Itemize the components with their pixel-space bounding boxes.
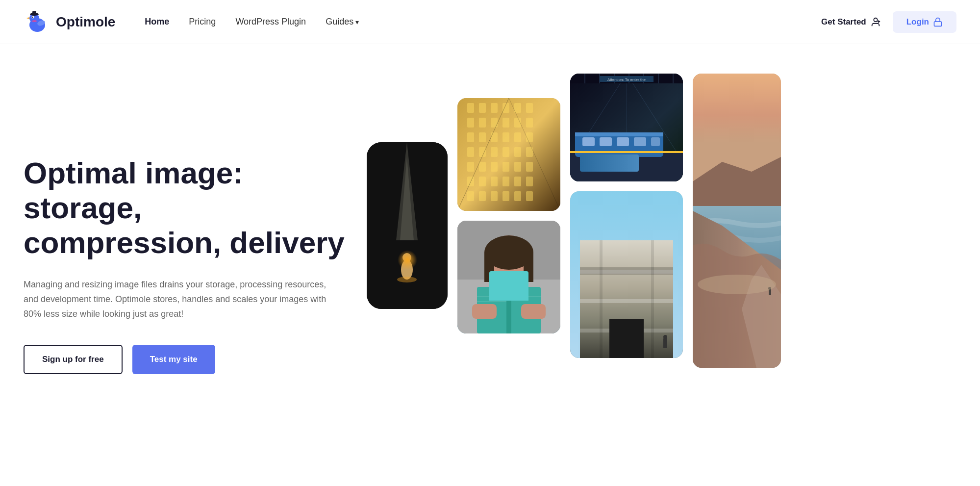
svg-rect-33 — [491, 132, 498, 142]
svg-rect-113 — [600, 240, 603, 358]
svg-rect-90 — [600, 137, 612, 146]
svg-rect-114 — [651, 240, 654, 358]
signup-button[interactable]: Sign up for free — [24, 345, 123, 374]
image-card-person-beam — [367, 142, 448, 309]
svg-rect-55 — [467, 191, 474, 201]
svg-rect-91 — [617, 137, 629, 146]
svg-rect-111 — [609, 319, 644, 358]
svg-point-123 — [698, 275, 776, 294]
svg-rect-28 — [503, 118, 509, 128]
navbar: Optimole Home Pricing WordPress Plugin G… — [0, 0, 980, 44]
svg-point-16 — [402, 253, 411, 262]
image-card-architecture — [570, 191, 683, 358]
svg-rect-76 — [506, 287, 511, 333]
svg-rect-27 — [491, 118, 498, 128]
svg-point-4 — [32, 16, 33, 17]
svg-rect-89 — [582, 137, 595, 146]
nav-link-pricing[interactable]: Pricing — [189, 17, 216, 27]
nav-links: Home Pricing WordPress Plugin Guides — [145, 17, 821, 27]
svg-rect-41 — [514, 147, 521, 157]
hero-buttons: Sign up for free Test my site — [24, 345, 347, 374]
svg-rect-26 — [479, 118, 486, 128]
svg-point-72 — [514, 273, 518, 277]
svg-rect-30 — [526, 118, 533, 128]
logo-icon — [24, 8, 51, 36]
hero-image-collage: Attention: To enter the — [367, 74, 956, 456]
svg-rect-115 — [663, 338, 667, 348]
svg-rect-54 — [526, 177, 533, 186]
svg-point-116 — [663, 335, 667, 339]
svg-rect-60 — [526, 191, 533, 201]
nav-link-wordpress[interactable]: WordPress Plugin — [235, 17, 306, 27]
svg-rect-92 — [634, 137, 646, 146]
svg-rect-57 — [491, 191, 498, 201]
svg-rect-24 — [526, 103, 533, 113]
svg-rect-47 — [514, 162, 521, 172]
svg-rect-80 — [472, 304, 497, 319]
svg-rect-52 — [503, 177, 509, 186]
lock-icon — [933, 17, 943, 27]
image-card-building — [457, 98, 560, 211]
svg-rect-58 — [503, 191, 509, 201]
svg-rect-40 — [503, 147, 509, 157]
hero-description: Managing and resizing image files drains… — [24, 278, 327, 321]
svg-rect-20 — [479, 103, 486, 113]
svg-rect-38 — [479, 147, 486, 157]
svg-rect-46 — [503, 162, 509, 172]
svg-rect-53 — [514, 177, 521, 186]
image-card-coastal — [693, 74, 781, 368]
test-site-button[interactable]: Test my site — [132, 345, 215, 374]
svg-rect-81 — [521, 304, 546, 319]
logo-text: Optimole — [56, 14, 115, 30]
svg-point-74 — [516, 274, 518, 275]
svg-point-69 — [498, 272, 505, 277]
svg-point-8 — [874, 18, 877, 21]
svg-rect-48 — [526, 162, 533, 172]
nav-link-home[interactable]: Home — [145, 17, 169, 27]
svg-rect-34 — [503, 132, 509, 142]
svg-rect-109 — [580, 299, 673, 303]
hero-title: Optimal image: storage, compression, del… — [24, 155, 347, 260]
hero-section: Optimal image: storage, compression, del… — [0, 44, 980, 476]
svg-rect-36 — [526, 132, 533, 142]
svg-rect-39 — [491, 147, 498, 157]
svg-marker-2 — [26, 17, 29, 19]
svg-point-73 — [502, 274, 503, 275]
svg-rect-11 — [934, 22, 942, 26]
svg-rect-94 — [570, 151, 683, 153]
svg-rect-31 — [467, 132, 474, 142]
nav-right: Get Started Login — [821, 11, 956, 33]
login-button[interactable]: Login — [893, 11, 956, 33]
svg-rect-25 — [467, 118, 474, 128]
svg-rect-44 — [479, 162, 486, 172]
svg-rect-51 — [491, 177, 498, 186]
svg-rect-112 — [580, 267, 673, 275]
svg-rect-88 — [575, 132, 663, 136]
image-card-train-station: Attention: To enter the — [570, 74, 683, 181]
svg-rect-45 — [491, 162, 498, 172]
svg-rect-56 — [479, 191, 486, 201]
svg-rect-19 — [467, 103, 474, 113]
svg-rect-21 — [491, 103, 498, 113]
svg-rect-95 — [570, 153, 683, 181]
svg-rect-7 — [32, 11, 36, 15]
svg-point-17 — [397, 277, 417, 282]
svg-point-71 — [500, 273, 503, 277]
svg-rect-121 — [769, 289, 771, 295]
svg-rect-23 — [514, 103, 521, 113]
svg-text:Attention: To enter the: Attention: To enter the — [607, 77, 646, 82]
svg-rect-59 — [514, 191, 521, 201]
logo-link[interactable]: Optimole — [24, 8, 115, 36]
svg-point-70 — [512, 272, 520, 277]
svg-rect-37 — [467, 147, 474, 157]
svg-rect-35 — [514, 132, 521, 142]
hero-content: Optimal image: storage, compression, del… — [24, 155, 347, 375]
svg-rect-93 — [651, 137, 660, 146]
person-plus-icon — [870, 17, 881, 27]
svg-rect-68 — [524, 253, 533, 282]
svg-rect-50 — [479, 177, 486, 186]
svg-rect-43 — [467, 162, 474, 172]
get-started-button[interactable]: Get Started — [821, 17, 881, 27]
svg-rect-32 — [479, 132, 486, 142]
nav-link-guides[interactable]: Guides — [326, 17, 359, 27]
